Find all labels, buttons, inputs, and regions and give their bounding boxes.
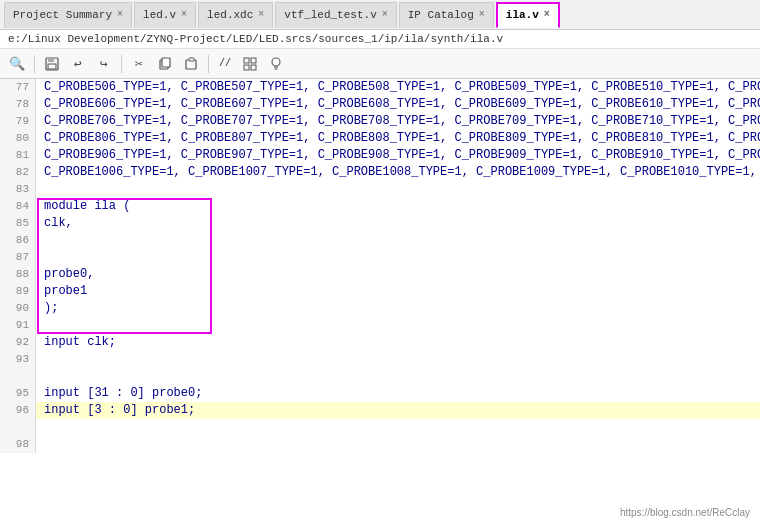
divider-3 <box>208 55 209 73</box>
line-number: 78 <box>0 96 36 113</box>
line-content[interactable] <box>36 232 44 249</box>
code-line: 89 probe1 <box>0 283 760 300</box>
block-icon[interactable] <box>239 53 261 75</box>
code-line: 90 ); <box>0 300 760 317</box>
tab-label-led-xdc: led.xdc <box>207 9 253 21</box>
tab-close-led-v[interactable]: × <box>181 10 187 20</box>
toolbar: 🔍 ↩ ↪ ✂ // <box>0 49 760 79</box>
line-content[interactable]: C_PROBE1006_TYPE=1, C_PROBE1007_TYPE=1, … <box>36 164 760 181</box>
svg-rect-4 <box>162 58 170 67</box>
divider-2 <box>121 55 122 73</box>
tab-label-led-v: led.v <box>143 9 176 21</box>
line-content[interactable]: C_PROBE706_TYPE=1, C_PROBE707_TYPE=1, C_… <box>36 113 760 130</box>
svg-rect-9 <box>244 65 249 70</box>
line-number: 79 <box>0 113 36 130</box>
tab-vtf-led-test[interactable]: vtf_led_test.v× <box>275 2 396 28</box>
svg-rect-8 <box>251 58 256 63</box>
code-line: 82 C_PROBE1006_TYPE=1, C_PROBE1007_TYPE=… <box>0 164 760 181</box>
line-content[interactable]: C_PROBE806_TYPE=1, C_PROBE807_TYPE=1, C_… <box>36 130 760 147</box>
line-number: 85 <box>0 215 36 232</box>
code-line: 80 C_PROBE806_TYPE=1, C_PROBE807_TYPE=1,… <box>0 130 760 147</box>
line-content[interactable]: C_PROBE606_TYPE=1, C_PROBE607_TYPE=1, C_… <box>36 96 760 113</box>
svg-rect-6 <box>189 58 194 61</box>
line-content[interactable]: C_PROBE906_TYPE=1, C_PROBE907_TYPE=1, C_… <box>36 147 760 164</box>
line-number: 89 <box>0 283 36 300</box>
line-content[interactable] <box>36 436 44 453</box>
redo-icon[interactable]: ↪ <box>93 53 115 75</box>
tab-close-vtf-led-test[interactable]: × <box>382 10 388 20</box>
line-number: 80 <box>0 130 36 147</box>
paste-icon[interactable] <box>180 53 202 75</box>
tab-close-project-summary[interactable]: × <box>117 10 123 20</box>
svg-rect-7 <box>244 58 249 63</box>
code-line: 86 <box>0 232 760 249</box>
cut-icon[interactable]: ✂ <box>128 53 150 75</box>
line-content[interactable] <box>36 181 44 198</box>
tab-label-ip-catalog: IP Catalog <box>408 9 474 21</box>
tab-close-led-xdc[interactable]: × <box>258 10 264 20</box>
line-content[interactable]: input [3 : 0] probe1; <box>36 402 195 419</box>
copy-icon[interactable] <box>154 53 176 75</box>
tab-label-vtf-led-test: vtf_led_test.v <box>284 9 376 21</box>
line-number: 92 <box>0 334 36 351</box>
code-container: 77 C_PROBE506_TYPE=1, C_PROBE507_TYPE=1,… <box>0 79 760 524</box>
svg-rect-10 <box>251 65 256 70</box>
line-number: 87 <box>0 249 36 266</box>
code-line: 95 input [31 : 0] probe0; <box>0 385 760 402</box>
line-number: 77 <box>0 79 36 96</box>
save-icon[interactable] <box>41 53 63 75</box>
code-area: 77 C_PROBE506_TYPE=1, C_PROBE507_TYPE=1,… <box>0 79 760 453</box>
line-number: 95 <box>0 385 36 402</box>
line-content[interactable] <box>36 351 44 368</box>
line-number: 91 <box>0 317 36 334</box>
line-content[interactable]: probe1 <box>36 283 87 300</box>
code-line: 81 C_PROBE906_TYPE=1, C_PROBE907_TYPE=1,… <box>0 147 760 164</box>
tab-led-v[interactable]: led.v× <box>134 2 196 28</box>
line-number: 84 <box>0 198 36 215</box>
line-number: 88 <box>0 266 36 283</box>
tab-bar: Project Summary×led.v×led.xdc×vtf_led_te… <box>0 0 760 30</box>
line-number: 82 <box>0 164 36 181</box>
line-number: 98 <box>0 436 36 453</box>
line-number: 83 <box>0 181 36 198</box>
file-path: e:/Linux Development/ZYNQ-Project/LED/LE… <box>0 30 760 49</box>
line-content[interactable] <box>36 249 44 266</box>
code-line: 87 <box>0 249 760 266</box>
search-icon[interactable]: 🔍 <box>6 53 28 75</box>
tab-ila-v[interactable]: ila.v× <box>496 2 560 28</box>
line-content[interactable]: module ila ( <box>36 198 130 215</box>
code-line: 78 C_PROBE606_TYPE=1, C_PROBE607_TYPE=1,… <box>0 96 760 113</box>
svg-rect-2 <box>48 64 56 69</box>
line-number <box>0 419 36 436</box>
code-line: 91 <box>0 317 760 334</box>
line-content[interactable]: ); <box>36 300 58 317</box>
line-content[interactable]: input [31 : 0] probe0; <box>36 385 202 402</box>
line-content[interactable]: input clk; <box>36 334 116 351</box>
divider-1 <box>34 55 35 73</box>
code-line: 84module ila ( <box>0 198 760 215</box>
line-number: 81 <box>0 147 36 164</box>
line-number <box>0 368 36 385</box>
code-line: 83 <box>0 181 760 198</box>
undo-icon[interactable]: ↩ <box>67 53 89 75</box>
tab-project-summary[interactable]: Project Summary× <box>4 2 132 28</box>
tab-label-ila-v: ila.v <box>506 9 539 21</box>
line-content[interactable]: clk, <box>36 215 73 232</box>
code-line: 98 <box>0 436 760 453</box>
line-content[interactable]: probe0, <box>36 266 94 283</box>
line-content[interactable] <box>36 419 44 436</box>
tab-close-ila-v[interactable]: × <box>544 10 550 20</box>
comment-icon[interactable]: // <box>215 53 235 75</box>
code-line: 92 input clk; <box>0 334 760 351</box>
line-content[interactable]: C_PROBE506_TYPE=1, C_PROBE507_TYPE=1, C_… <box>36 79 760 96</box>
line-content[interactable] <box>36 368 44 385</box>
tab-led-xdc[interactable]: led.xdc× <box>198 2 273 28</box>
code-line: 77 C_PROBE506_TYPE=1, C_PROBE507_TYPE=1,… <box>0 79 760 96</box>
tab-close-ip-catalog[interactable]: × <box>479 10 485 20</box>
bulb-icon[interactable] <box>265 53 287 75</box>
tab-label-project-summary: Project Summary <box>13 9 112 21</box>
tab-ip-catalog[interactable]: IP Catalog× <box>399 2 494 28</box>
code-line: 79 C_PROBE706_TYPE=1, C_PROBE707_TYPE=1,… <box>0 113 760 130</box>
code-line <box>0 419 760 436</box>
line-content[interactable] <box>36 317 44 334</box>
